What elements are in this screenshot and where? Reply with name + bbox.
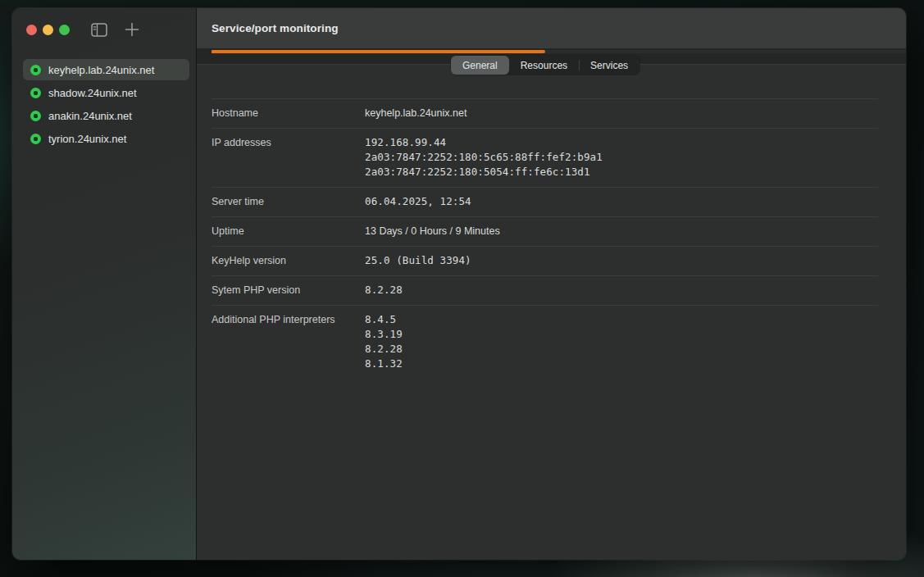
detail-value-line: 8.3.19 [365,327,403,342]
status-online-icon [30,88,41,98]
detail-value-line: 192.168.99.44 [365,135,603,150]
status-online-icon [30,111,41,121]
detail-label: Sytem PHP version [212,283,365,298]
detail-value-line: 2a03:7847:2252:180:5054:ff:fe6c:13d1 [365,165,603,179]
tab-general[interactable]: General [451,56,509,75]
tab-label: Services [590,60,628,71]
main-panel: Service/port monitoring General Resource… [197,8,906,560]
details-panel: Hostname keyhelp.lab.24unix.net IP addre… [197,65,906,560]
zoom-button[interactable] [59,25,70,35]
tab-resources[interactable]: Resources [509,56,579,75]
refresh-progress-fill [212,50,545,53]
detail-label: IP addresses [212,135,365,179]
detail-row: Uptime 13 Days / 0 Hours / 9 Minutes [212,216,878,246]
status-online-icon [30,65,41,75]
detail-value-line: 8.2.28 [365,283,403,298]
detail-label: Uptime [212,224,365,239]
detail-label: Server time [212,194,365,209]
server-name: keyhelp.lab.24unix.net [48,64,154,76]
detail-value-line: 13 Days / 0 Hours / 9 Minutes [365,224,500,239]
minimize-button[interactable] [43,25,53,35]
close-button[interactable] [26,25,37,35]
sidebar-titlebar [12,8,196,51]
detail-value-line: 8.2.28 [365,342,403,357]
sidebar-item-server[interactable]: anakin.24unix.net [23,105,189,126]
detail-values: 13 Days / 0 Hours / 9 Minutes [365,224,500,239]
tab-services[interactable]: Services [579,56,640,75]
detail-value-line: 8.4.5 [365,312,403,327]
tab-bar: General Resources Services [451,56,640,75]
detail-values: 8.4.58.3.198.2.288.1.32 [365,312,403,371]
detail-value-line: 25.0 (Build 3394) [365,253,471,268]
desktop: { "colors": { "accent_orange": "#ee7309"… [0,0,924,577]
server-list: keyhelp.lab.24unix.net shadow.24unix.net… [23,59,189,151]
page-title: Service/port monitoring [212,22,339,34]
detail-value-line: 06.04.2025, 12:54 [365,194,471,209]
details-rows: Hostname keyhelp.lab.24unix.net IP addre… [212,98,878,379]
detail-values: 192.168.99.442a03:7847:2252:180:5c65:88f… [365,135,603,179]
sidebar: keyhelp.lab.24unix.net shadow.24unix.net… [12,8,197,560]
sidebar-item-server[interactable]: keyhelp.lab.24unix.net [23,59,189,80]
server-name: anakin.24unix.net [48,110,132,122]
titlebar: Service/port monitoring [197,8,906,48]
detail-value-line: 8.1.32 [365,357,403,371]
app-window: keyhelp.lab.24unix.net shadow.24unix.net… [12,8,906,560]
sidebar-toggle-icon[interactable] [91,23,107,37]
add-server-button plus-icon[interactable] [125,22,139,37]
detail-row: Additional PHP interpreters 8.4.58.3.198… [212,305,878,379]
detail-row: Hostname keyhelp.lab.24unix.net [212,98,878,128]
detail-label: KeyHelp version [212,253,365,268]
status-online-icon [30,134,41,144]
detail-value-line: keyhelp.lab.24unix.net [365,106,467,120]
tab-label: General [462,60,498,71]
detail-values: 8.2.28 [365,283,403,298]
refresh-progress-track [212,50,906,53]
sidebar-item-server[interactable]: tyrion.24unix.net [23,128,189,149]
detail-row: Server time 06.04.2025, 12:54 [212,187,878,216]
server-name: tyrion.24unix.net [48,133,126,145]
detail-values: keyhelp.lab.24unix.net [365,106,467,120]
detail-row: Sytem PHP version 8.2.28 [212,275,878,305]
detail-row: KeyHelp version 25.0 (Build 3394) [212,246,878,275]
detail-label: Additional PHP interpreters [212,312,365,371]
detail-values: 06.04.2025, 12:54 [365,194,471,209]
server-name: shadow.24unix.net [48,87,137,99]
tab-label: Resources [521,60,567,71]
detail-row: IP addresses 192.168.99.442a03:7847:2252… [212,128,878,187]
sidebar-item-server[interactable]: shadow.24unix.net [23,82,189,103]
detail-values: 25.0 (Build 3394) [365,253,471,268]
detail-value-line: 2a03:7847:2252:180:5c65:88ff:fef2:b9a1 [365,150,603,165]
detail-label: Hostname [212,106,365,120]
